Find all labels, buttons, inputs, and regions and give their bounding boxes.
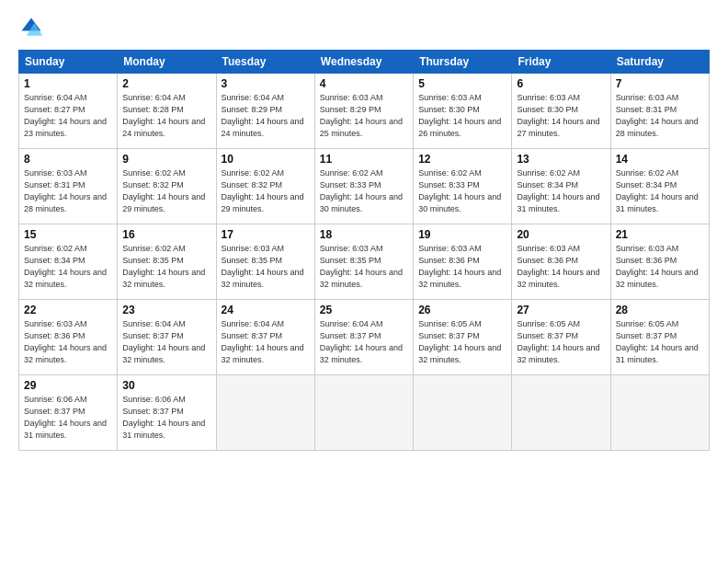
day-info: Sunrise: 6:02 AM Sunset: 8:34 PM Dayligh… [517, 167, 605, 215]
day-number: 11 [320, 153, 408, 166]
calendar-day-cell: 6 Sunrise: 6:03 AM Sunset: 8:30 PM Dayli… [512, 74, 610, 149]
calendar-day-cell: 27 Sunrise: 6:05 AM Sunset: 8:37 PM Dayl… [512, 300, 610, 375]
calendar-day-cell: 18 Sunrise: 6:03 AM Sunset: 8:35 PM Dayl… [314, 224, 413, 300]
header [18, 15, 710, 40]
calendar-day-cell: 2 Sunrise: 6:04 AM Sunset: 8:28 PM Dayli… [118, 74, 216, 149]
calendar-day-cell: 23 Sunrise: 6:04 AM Sunset: 8:37 PM Dayl… [118, 300, 216, 375]
calendar-header-row: SundayMondayTuesdayWednesdayThursdayFrid… [19, 51, 710, 74]
day-number: 4 [320, 77, 408, 90]
day-number: 13 [517, 153, 605, 166]
day-info: Sunrise: 6:03 AM Sunset: 8:35 PM Dayligh… [320, 243, 408, 291]
day-number: 6 [517, 77, 605, 90]
day-number: 30 [122, 379, 210, 392]
day-number: 27 [517, 304, 605, 316]
calendar-day-header: Saturday [610, 51, 709, 74]
day-info: Sunrise: 6:03 AM Sunset: 8:36 PM Dayligh… [616, 243, 704, 291]
calendar-day-cell: 20 Sunrise: 6:03 AM Sunset: 8:36 PM Dayl… [512, 224, 610, 300]
day-info: Sunrise: 6:02 AM Sunset: 8:32 PM Dayligh… [222, 167, 310, 215]
calendar-day-cell: 10 Sunrise: 6:02 AM Sunset: 8:32 PM Dayl… [216, 149, 314, 224]
day-number: 26 [418, 304, 506, 316]
day-number: 16 [122, 228, 210, 241]
calendar-day-cell: 5 Sunrise: 6:03 AM Sunset: 8:30 PM Dayli… [414, 74, 512, 149]
calendar-day-cell: 28 Sunrise: 6:05 AM Sunset: 8:37 PM Dayl… [610, 300, 709, 375]
calendar-day-header: Monday [118, 51, 216, 74]
day-number: 23 [122, 304, 210, 316]
day-info: Sunrise: 6:02 AM Sunset: 8:35 PM Dayligh… [122, 243, 210, 291]
calendar-day-cell [414, 375, 512, 451]
day-info: Sunrise: 6:03 AM Sunset: 8:29 PM Dayligh… [320, 92, 408, 140]
day-info: Sunrise: 6:06 AM Sunset: 8:37 PM Dayligh… [24, 394, 112, 442]
day-info: Sunrise: 6:04 AM Sunset: 8:37 PM Dayligh… [122, 318, 210, 366]
day-number: 19 [418, 228, 506, 241]
calendar-day-cell: 19 Sunrise: 6:03 AM Sunset: 8:36 PM Dayl… [414, 224, 512, 300]
calendar-day-header: Wednesday [314, 51, 413, 74]
calendar-day-cell: 29 Sunrise: 6:06 AM Sunset: 8:37 PM Dayl… [19, 375, 118, 451]
day-number: 15 [24, 228, 112, 241]
day-number: 3 [222, 77, 310, 90]
calendar-day-cell: 14 Sunrise: 6:02 AM Sunset: 8:34 PM Dayl… [610, 149, 709, 224]
day-info: Sunrise: 6:03 AM Sunset: 8:31 PM Dayligh… [616, 92, 704, 140]
day-number: 14 [616, 153, 704, 166]
day-info: Sunrise: 6:06 AM Sunset: 8:37 PM Dayligh… [122, 394, 210, 442]
day-number: 28 [616, 304, 704, 316]
day-info: Sunrise: 6:03 AM Sunset: 8:36 PM Dayligh… [517, 243, 605, 291]
page: SundayMondayTuesdayWednesdayThursdayFrid… [0, 0, 728, 563]
day-info: Sunrise: 6:04 AM Sunset: 8:37 PM Dayligh… [320, 318, 408, 366]
calendar-day-cell [610, 375, 709, 451]
day-info: Sunrise: 6:03 AM Sunset: 8:30 PM Dayligh… [517, 92, 605, 140]
calendar-day-header: Tuesday [216, 51, 314, 74]
calendar-day-cell: 30 Sunrise: 6:06 AM Sunset: 8:37 PM Dayl… [118, 375, 216, 451]
day-info: Sunrise: 6:03 AM Sunset: 8:31 PM Dayligh… [24, 167, 112, 215]
calendar-day-cell: 3 Sunrise: 6:04 AM Sunset: 8:29 PM Dayli… [216, 74, 314, 149]
day-number: 9 [122, 153, 210, 166]
day-number: 18 [320, 228, 408, 241]
calendar-day-cell: 12 Sunrise: 6:02 AM Sunset: 8:33 PM Dayl… [414, 149, 512, 224]
calendar-table: SundayMondayTuesdayWednesdayThursdayFrid… [18, 50, 710, 451]
day-info: Sunrise: 6:02 AM Sunset: 8:33 PM Dayligh… [320, 167, 408, 215]
day-info: Sunrise: 6:02 AM Sunset: 8:32 PM Dayligh… [122, 167, 210, 215]
calendar-day-cell: 13 Sunrise: 6:02 AM Sunset: 8:34 PM Dayl… [512, 149, 610, 224]
calendar-day-cell: 4 Sunrise: 6:03 AM Sunset: 8:29 PM Dayli… [314, 74, 413, 149]
calendar-day-header: Sunday [19, 51, 118, 74]
calendar-day-cell: 1 Sunrise: 6:04 AM Sunset: 8:27 PM Dayli… [19, 74, 118, 149]
day-info: Sunrise: 6:03 AM Sunset: 8:36 PM Dayligh… [24, 318, 112, 366]
calendar-week-row: 22 Sunrise: 6:03 AM Sunset: 8:36 PM Dayl… [19, 300, 710, 375]
day-info: Sunrise: 6:05 AM Sunset: 8:37 PM Dayligh… [616, 318, 704, 366]
calendar-week-row: 15 Sunrise: 6:02 AM Sunset: 8:34 PM Dayl… [19, 224, 710, 300]
calendar-week-row: 29 Sunrise: 6:06 AM Sunset: 8:37 PM Dayl… [19, 375, 710, 451]
calendar-day-cell: 25 Sunrise: 6:04 AM Sunset: 8:37 PM Dayl… [314, 300, 413, 375]
day-info: Sunrise: 6:02 AM Sunset: 8:34 PM Dayligh… [616, 167, 704, 215]
day-number: 25 [320, 304, 408, 316]
day-number: 22 [24, 304, 112, 316]
day-info: Sunrise: 6:03 AM Sunset: 8:30 PM Dayligh… [418, 92, 506, 140]
calendar-day-cell [512, 375, 610, 451]
calendar-day-cell: 7 Sunrise: 6:03 AM Sunset: 8:31 PM Dayli… [610, 74, 709, 149]
calendar-week-row: 1 Sunrise: 6:04 AM Sunset: 8:27 PM Dayli… [19, 74, 710, 149]
day-number: 17 [222, 228, 310, 241]
calendar-day-cell: 26 Sunrise: 6:05 AM Sunset: 8:37 PM Dayl… [414, 300, 512, 375]
calendar-day-cell: 16 Sunrise: 6:02 AM Sunset: 8:35 PM Dayl… [118, 224, 216, 300]
day-info: Sunrise: 6:04 AM Sunset: 8:37 PM Dayligh… [222, 318, 310, 366]
calendar-day-cell: 9 Sunrise: 6:02 AM Sunset: 8:32 PM Dayli… [118, 149, 216, 224]
day-number: 7 [616, 77, 704, 90]
calendar-week-row: 8 Sunrise: 6:03 AM Sunset: 8:31 PM Dayli… [19, 149, 710, 224]
day-number: 29 [24, 379, 112, 392]
day-info: Sunrise: 6:05 AM Sunset: 8:37 PM Dayligh… [418, 318, 506, 366]
logo-icon [18, 15, 44, 40]
logo [18, 15, 48, 40]
day-number: 2 [122, 77, 210, 90]
day-number: 20 [517, 228, 605, 241]
calendar-day-cell: 11 Sunrise: 6:02 AM Sunset: 8:33 PM Dayl… [314, 149, 413, 224]
calendar-day-cell [314, 375, 413, 451]
day-number: 5 [418, 77, 506, 90]
calendar-day-cell: 21 Sunrise: 6:03 AM Sunset: 8:36 PM Dayl… [610, 224, 709, 300]
calendar-day-header: Thursday [414, 51, 512, 74]
day-number: 21 [616, 228, 704, 241]
day-info: Sunrise: 6:03 AM Sunset: 8:36 PM Dayligh… [418, 243, 506, 291]
calendar-day-cell: 8 Sunrise: 6:03 AM Sunset: 8:31 PM Dayli… [19, 149, 118, 224]
calendar-day-header: Friday [512, 51, 610, 74]
calendar-day-cell [216, 375, 314, 451]
day-number: 10 [222, 153, 310, 166]
day-number: 1 [24, 77, 112, 90]
day-info: Sunrise: 6:05 AM Sunset: 8:37 PM Dayligh… [517, 318, 605, 366]
